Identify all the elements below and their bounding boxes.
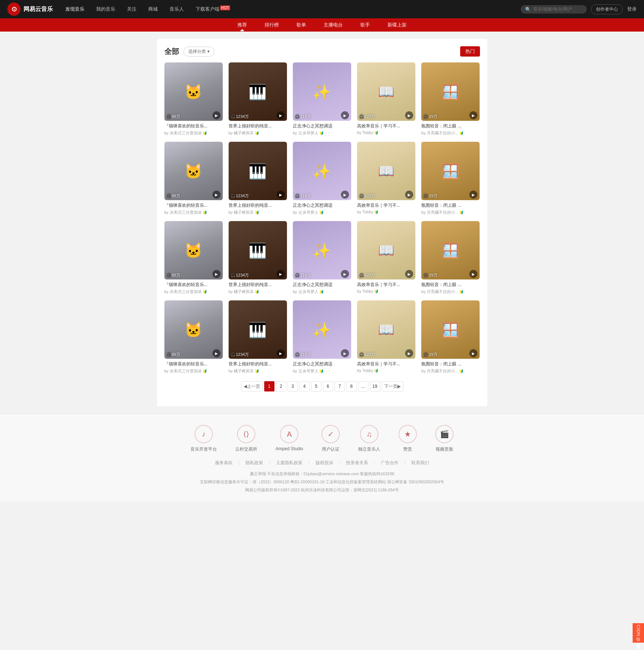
headphone-icon: 🎧 [423,194,428,198]
list-item[interactable]: 🎧 29万 ▶ 氛围轻音：闭上眼 ... by 月亮藏不住的小... 🔰 [421,300,480,374]
footer-link[interactable]: 隐私政策 [245,460,263,466]
play-button[interactable]: ▶ [212,191,221,199]
subnav-charts[interactable]: 排行榜 [263,19,280,31]
footer-icon-item[interactable]: ★ 赞赏 [399,425,417,452]
footer-link[interactable]: 版权投诉 [316,460,333,466]
playlist-name: 氛围轻音：闭上眼 ... [421,282,480,288]
search-input[interactable] [533,7,582,12]
page-7-button[interactable]: 7 [335,381,345,391]
footer-icon-item[interactable]: A Amped Studio [276,425,303,452]
nav-download[interactable]: 下载客户端HOT [190,4,235,15]
verified-badge: 🔰 [319,369,324,373]
footer-link[interactable]: 广告合作 [381,460,399,466]
footer-icon-item[interactable]: 🎬 视频赏脸 [435,425,454,452]
play-count: 🎧 214万 [295,272,311,278]
footer-link[interactable]: 服务条款 [215,460,233,466]
headphone-icon: 🎧 [167,273,171,277]
footer-icon-item[interactable]: ♪ 音乐开发平台 [190,425,217,452]
list-item[interactable]: 🎧 29万 ▶ 氛围轻音：闭上眼 ... by 月亮藏不住的小... 🔰 [421,62,480,136]
footer-service-icon: ★ [404,430,411,438]
list-item[interactable]: 🎧 89万 ▶ 『猫咪喜欢的轻音乐... by 冰美式三分普加浓 🔰 [164,62,223,136]
subnav-playlist[interactable]: 歌单 [295,19,308,31]
list-item[interactable]: 🎧 1234万 ▶ 世界上很好听的纯音... by 橘子树风车 🔰 [229,142,287,215]
play-button[interactable]: ▶ [212,270,221,278]
nav-shop[interactable]: 商城 [143,4,163,15]
play-button[interactable]: ▶ [277,349,285,357]
nav-discover[interactable]: 发现音乐 [60,4,90,15]
playlist-name: 高效率音乐｜学习不... [357,123,415,129]
playlist-name: 世界上很好听的纯音... [229,202,287,209]
list-item[interactable]: 🎧 89万 ▶ 『猫咪喜欢的轻音乐... by 冰美式三分普加浓 🔰 [164,221,223,295]
prev-page-button[interactable]: ◀ 上一页 [241,381,263,391]
page-1-button[interactable]: 1 [264,381,274,391]
play-count: 🎧 214万 [295,193,311,199]
login-button[interactable]: 登录 [627,6,637,12]
list-item[interactable]: 🎧 214万 ▶ 正念净心之冥想调适 by 云乡寻梦人 🔰 [293,62,351,136]
subnav-recommend[interactable]: 推荐 [236,19,248,31]
footer-link-separator: | [308,460,309,466]
list-item[interactable]: 🎧 623万 ▶ 高效率音乐｜学习不... by Tobby 🔰 [357,62,415,136]
page-3-button[interactable]: 3 [288,381,298,391]
footer-icon-item[interactable]: ✓ 用户认证 [321,425,340,452]
play-button[interactable]: ▶ [212,349,221,357]
play-button[interactable]: ▶ [277,191,285,199]
page-5-button[interactable]: 5 [311,381,321,391]
page-19-button[interactable]: 19 [370,381,380,391]
nav-mymusic[interactable]: 我的音乐 [91,4,120,15]
footer-icon-item[interactable]: ⟨⟩ 云村交易所 [235,425,257,452]
page-4-button[interactable]: 4 [299,381,310,391]
subnav-radio[interactable]: 主播电台 [322,19,344,31]
list-item[interactable]: 🎧 214万 ▶ 正念净心之冥想调适 by 云乡寻梦人 🔰 [293,221,351,295]
playlist-name: 正念净心之冥想调适 [293,123,351,129]
search-box[interactable]: 🔍 [521,5,587,14]
main-content: 全部 选择分类 ▾ 热门 🎧 89万 ▶ 『猫咪喜欢的轻音乐... by 冰美式… [157,39,487,406]
play-button[interactable]: ▶ [277,111,285,119]
next-page-button[interactable]: 下一页 ▶ [382,381,403,391]
headphone-icon: 🎧 [359,273,364,277]
page-2-button[interactable]: 2 [276,381,286,391]
list-item[interactable]: 🎧 623万 ▶ 高效率音乐｜学习不... by Tobby 🔰 [357,221,415,295]
page-title: 全部 [164,47,179,57]
headphone-icon: 🎧 [423,273,428,277]
play-button[interactable]: ▶ [277,270,285,278]
headphone-icon: 🎧 [295,194,299,198]
list-item[interactable]: 🎧 1234万 ▶ 世界上很好听的纯音... by 橘子树风车 🔰 [229,221,287,295]
chevron-down-icon: ▾ [207,49,210,54]
footer-icon-circle: ♪ [194,425,213,443]
verified-badge: 🔰 [203,210,207,214]
footer-icon-item[interactable]: ♫ 独立音乐人 [358,425,380,452]
list-item[interactable]: 🎧 623万 ▶ 高效率音乐｜学习不... by Tobby 🔰 [357,300,415,374]
playlist-author: by 冰美式三分普加浓 🔰 [164,289,223,295]
page-8-button[interactable]: 8 [346,381,357,391]
play-button[interactable]: ▶ [212,111,221,119]
creator-center-button[interactable]: 创作者中心 [591,4,623,14]
footer-icon-circle: ★ [399,425,417,443]
playlist-name: 世界上很好听的纯音... [229,361,287,367]
playlist-name: 氛围轻音：闭上眼 ... [421,123,480,129]
list-item[interactable]: 🎧 29万 ▶ 氛围轻音：闭上眼 ... by 月亮藏不住的小... 🔰 [421,142,480,215]
verified-badge: 🔰 [374,210,378,214]
footer-link[interactable]: 联系我们 [411,460,429,466]
logo[interactable]: ⊙ 网易云音乐 [7,3,53,16]
play-count: 🎧 89万 [167,193,180,199]
list-item[interactable]: 🎧 214万 ▶ 正念净心之冥想调适 by 云乡寻梦人 🔰 [293,142,351,215]
subnav-singer[interactable]: 歌手 [359,19,371,31]
list-item[interactable]: 🎧 89万 ▶ 『猫咪喜欢的轻音乐... by 冰美式三分普加浓 🔰 [164,300,223,374]
list-item[interactable]: 🎧 623万 ▶ 高效率音乐｜学习不... by Tobby 🔰 [357,142,415,215]
list-item[interactable]: 🎧 89万 ▶ 『猫咪喜欢的轻音乐... by 冰美式三分普加浓 🔰 [164,142,223,215]
hot-button[interactable]: 热门 [460,46,480,57]
list-item[interactable]: 🎧 29万 ▶ 氛围轻音：闭上眼 ... by 月亮藏不住的小... 🔰 [421,221,480,295]
footer-link[interactable]: 投资者关系 [346,460,368,466]
list-item[interactable]: 🎧 214万 ▶ 正念净心之冥想调适 by 云乡寻梦人 🔰 [293,300,351,374]
nav-follow[interactable]: 关注 [122,4,142,15]
list-item[interactable]: 🎧 1234万 ▶ 世界上很好听的纯音... by 橘子树风车 🔰 [229,62,287,136]
footer-link[interactable]: 儿童隐私政策 [276,460,302,466]
subnav-newalbum[interactable]: 新碟上架 [386,19,408,31]
verified-badge: 🔰 [255,210,259,214]
nav-musician[interactable]: 音乐人 [164,4,189,15]
headphone-icon: 🎧 [231,353,235,357]
list-item[interactable]: 🎧 1234万 ▶ 世界上很好听的纯音... by 橘子树风车 🔰 [229,300,287,374]
playlist-name: 『猫咪喜欢的轻音乐... [164,202,223,209]
category-select[interactable]: 选择分类 ▾ [183,47,214,57]
page-6-button[interactable]: 6 [323,381,333,391]
